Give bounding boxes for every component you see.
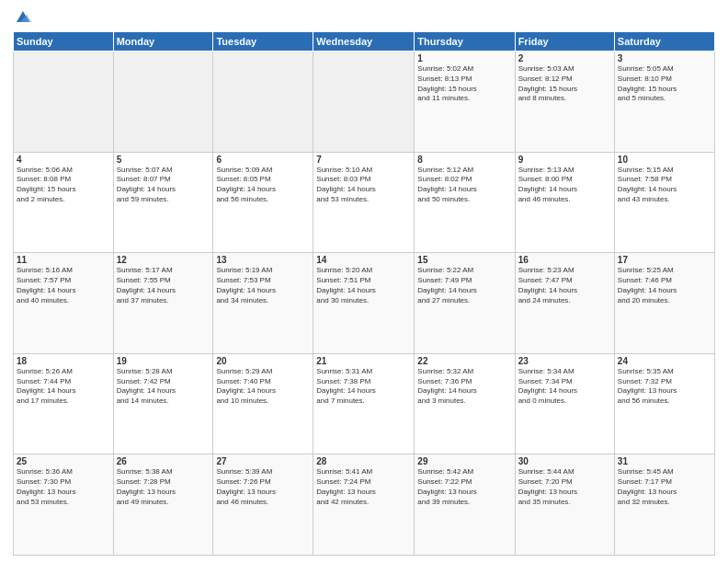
day-info: Sunrise: 5:42 AM Sunset: 7:22 PM Dayligh… <box>417 467 511 507</box>
day-cell: 30Sunrise: 5:44 AM Sunset: 7:20 PM Dayli… <box>515 454 614 556</box>
day-info: Sunrise: 5:25 AM Sunset: 7:46 PM Dayligh… <box>618 266 711 305</box>
day-info: Sunrise: 5:41 AM Sunset: 7:24 PM Dayligh… <box>316 467 411 507</box>
day-number: 27 <box>216 456 310 466</box>
weekday-tuesday: Tuesday <box>213 32 313 52</box>
day-cell: 29Sunrise: 5:42 AM Sunset: 7:22 PM Dayli… <box>415 454 515 556</box>
day-info: Sunrise: 5:15 AM Sunset: 7:58 PM Dayligh… <box>618 166 711 205</box>
day-info: Sunrise: 5:26 AM Sunset: 7:44 PM Dayligh… <box>17 367 110 407</box>
calendar-table: SundayMondayTuesdayWednesdayThursdayFrid… <box>13 31 715 556</box>
day-info: Sunrise: 5:34 AM Sunset: 7:34 PM Dayligh… <box>518 367 611 407</box>
day-cell: 16Sunrise: 5:23 AM Sunset: 7:47 PM Dayli… <box>515 253 614 354</box>
day-number: 25 <box>17 456 110 466</box>
day-number: 8 <box>417 155 511 165</box>
day-cell: 25Sunrise: 5:36 AM Sunset: 7:30 PM Dayli… <box>14 454 114 556</box>
weekday-sunday: Sunday <box>14 32 114 52</box>
day-info: Sunrise: 5:32 AM Sunset: 7:36 PM Dayligh… <box>417 367 511 407</box>
week-row-2: 4Sunrise: 5:06 AM Sunset: 8:08 PM Daylig… <box>14 152 715 253</box>
day-cell: 2Sunrise: 5:03 AM Sunset: 8:12 PM Daylig… <box>515 52 614 153</box>
day-info: Sunrise: 5:02 AM Sunset: 8:13 PM Dayligh… <box>417 64 511 104</box>
day-number: 26 <box>117 456 210 466</box>
day-info: Sunrise: 5:16 AM Sunset: 7:57 PM Dayligh… <box>17 266 110 305</box>
day-info: Sunrise: 5:20 AM Sunset: 7:51 PM Dayligh… <box>316 266 411 305</box>
day-number: 24 <box>618 356 711 366</box>
day-info: Sunrise: 5:36 AM Sunset: 7:30 PM Dayligh… <box>17 467 110 507</box>
day-info: Sunrise: 5:13 AM Sunset: 8:00 PM Dayligh… <box>518 166 611 205</box>
day-cell: 7Sunrise: 5:10 AM Sunset: 8:03 PM Daylig… <box>313 152 415 253</box>
day-cell: 26Sunrise: 5:38 AM Sunset: 7:28 PM Dayli… <box>113 454 213 556</box>
day-info: Sunrise: 5:29 AM Sunset: 7:40 PM Dayligh… <box>216 367 310 407</box>
day-cell: 4Sunrise: 5:06 AM Sunset: 8:08 PM Daylig… <box>14 152 114 253</box>
day-info: Sunrise: 5:28 AM Sunset: 7:42 PM Dayligh… <box>117 367 210 407</box>
day-info: Sunrise: 5:12 AM Sunset: 8:02 PM Dayligh… <box>417 166 511 205</box>
logo <box>13 9 31 26</box>
day-cell: 31Sunrise: 5:45 AM Sunset: 7:17 PM Dayli… <box>614 454 714 556</box>
day-cell: 8Sunrise: 5:12 AM Sunset: 8:02 PM Daylig… <box>415 152 515 253</box>
day-info: Sunrise: 5:22 AM Sunset: 7:49 PM Dayligh… <box>417 266 511 305</box>
day-cell: 3Sunrise: 5:05 AM Sunset: 8:10 PM Daylig… <box>614 52 714 153</box>
day-info: Sunrise: 5:19 AM Sunset: 7:53 PM Dayligh… <box>216 266 310 305</box>
page: SundayMondayTuesdayWednesdayThursdayFrid… <box>0 0 728 563</box>
day-number: 22 <box>417 356 511 366</box>
day-number: 21 <box>316 356 411 366</box>
day-info: Sunrise: 5:07 AM Sunset: 8:07 PM Dayligh… <box>117 166 210 205</box>
day-number: 5 <box>117 155 210 165</box>
day-cell: 28Sunrise: 5:41 AM Sunset: 7:24 PM Dayli… <box>313 454 415 556</box>
day-info: Sunrise: 5:44 AM Sunset: 7:20 PM Dayligh… <box>518 467 611 507</box>
day-cell: 20Sunrise: 5:29 AM Sunset: 7:40 PM Dayli… <box>213 353 313 454</box>
day-cell <box>14 52 114 153</box>
week-row-3: 11Sunrise: 5:16 AM Sunset: 7:57 PM Dayli… <box>14 253 715 354</box>
day-cell: 10Sunrise: 5:15 AM Sunset: 7:58 PM Dayli… <box>614 152 714 253</box>
day-number: 11 <box>17 255 110 265</box>
day-cell: 24Sunrise: 5:35 AM Sunset: 7:32 PM Dayli… <box>614 353 714 454</box>
day-cell <box>213 52 313 153</box>
week-row-4: 18Sunrise: 5:26 AM Sunset: 7:44 PM Dayli… <box>14 353 715 454</box>
day-number: 4 <box>17 155 110 165</box>
day-number: 17 <box>618 255 711 265</box>
day-cell <box>113 52 213 153</box>
day-cell: 11Sunrise: 5:16 AM Sunset: 7:57 PM Dayli… <box>14 253 114 354</box>
day-info: Sunrise: 5:03 AM Sunset: 8:12 PM Dayligh… <box>518 64 611 104</box>
day-cell: 23Sunrise: 5:34 AM Sunset: 7:34 PM Dayli… <box>515 353 614 454</box>
day-cell: 14Sunrise: 5:20 AM Sunset: 7:51 PM Dayli… <box>313 253 415 354</box>
logo-icon <box>15 9 31 26</box>
day-info: Sunrise: 5:10 AM Sunset: 8:03 PM Dayligh… <box>316 166 411 205</box>
day-info: Sunrise: 5:39 AM Sunset: 7:26 PM Dayligh… <box>216 467 310 507</box>
weekday-header-row: SundayMondayTuesdayWednesdayThursdayFrid… <box>14 32 715 52</box>
day-cell: 5Sunrise: 5:07 AM Sunset: 8:07 PM Daylig… <box>113 152 213 253</box>
weekday-saturday: Saturday <box>614 32 714 52</box>
day-info: Sunrise: 5:38 AM Sunset: 7:28 PM Dayligh… <box>117 467 210 507</box>
day-cell: 13Sunrise: 5:19 AM Sunset: 7:53 PM Dayli… <box>213 253 313 354</box>
day-cell: 27Sunrise: 5:39 AM Sunset: 7:26 PM Dayli… <box>213 454 313 556</box>
day-number: 15 <box>417 255 511 265</box>
day-number: 19 <box>117 356 210 366</box>
day-number: 31 <box>618 456 711 466</box>
day-info: Sunrise: 5:05 AM Sunset: 8:10 PM Dayligh… <box>618 64 711 104</box>
day-number: 20 <box>216 356 310 366</box>
day-info: Sunrise: 5:35 AM Sunset: 7:32 PM Dayligh… <box>618 367 711 407</box>
day-number: 16 <box>518 255 611 265</box>
day-number: 6 <box>216 155 310 165</box>
header <box>13 9 715 26</box>
day-number: 3 <box>618 53 711 63</box>
day-number: 10 <box>618 155 711 165</box>
day-number: 30 <box>518 456 611 466</box>
week-row-1: 1Sunrise: 5:02 AM Sunset: 8:13 PM Daylig… <box>14 52 715 153</box>
day-cell: 12Sunrise: 5:17 AM Sunset: 7:55 PM Dayli… <box>113 253 213 354</box>
day-cell: 18Sunrise: 5:26 AM Sunset: 7:44 PM Dayli… <box>14 353 114 454</box>
day-cell: 19Sunrise: 5:28 AM Sunset: 7:42 PM Dayli… <box>113 353 213 454</box>
day-cell: 15Sunrise: 5:22 AM Sunset: 7:49 PM Dayli… <box>415 253 515 354</box>
day-info: Sunrise: 5:06 AM Sunset: 8:08 PM Dayligh… <box>17 166 110 205</box>
day-cell: 21Sunrise: 5:31 AM Sunset: 7:38 PM Dayli… <box>313 353 415 454</box>
day-cell <box>313 52 415 153</box>
day-cell: 22Sunrise: 5:32 AM Sunset: 7:36 PM Dayli… <box>415 353 515 454</box>
day-info: Sunrise: 5:23 AM Sunset: 7:47 PM Dayligh… <box>518 266 611 305</box>
day-number: 2 <box>518 53 611 63</box>
day-number: 23 <box>518 356 611 366</box>
day-number: 14 <box>316 255 411 265</box>
day-info: Sunrise: 5:09 AM Sunset: 8:05 PM Dayligh… <box>216 166 310 205</box>
day-info: Sunrise: 5:45 AM Sunset: 7:17 PM Dayligh… <box>618 467 711 507</box>
day-number: 9 <box>518 155 611 165</box>
weekday-wednesday: Wednesday <box>313 32 415 52</box>
weekday-friday: Friday <box>515 32 614 52</box>
day-number: 29 <box>417 456 511 466</box>
